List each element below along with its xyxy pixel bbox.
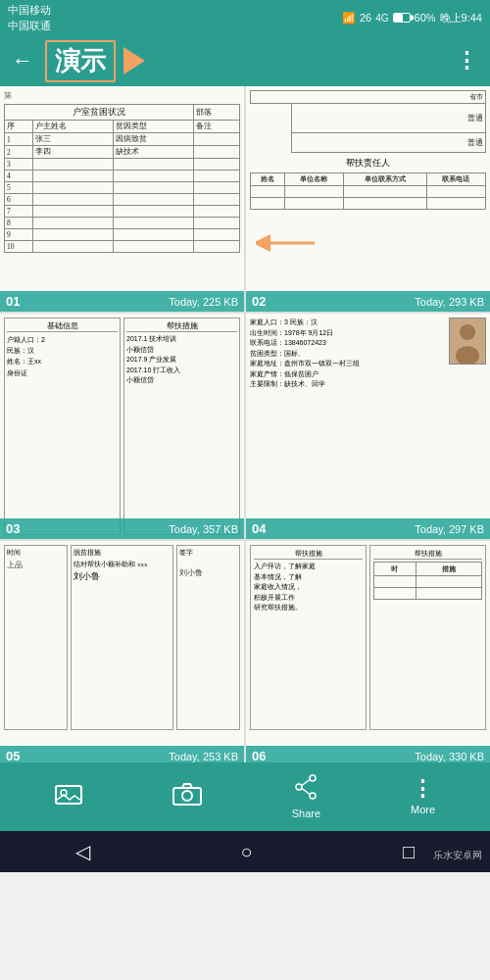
photo-doc-01: 第 户室贫困状况部落 序户主姓名贫因类型备注 1张三因病致贫 2李四缺技术 3 … (0, 86, 244, 312)
4g-icon: 4G (375, 13, 388, 24)
page-title: 演示 (45, 40, 116, 82)
photo-grid: 第 户室贫困状况部落 序户主姓名贫因类型备注 1张三因病致贫 2李四缺技术 3 … (0, 86, 490, 762)
cell-num-01: 01 (6, 294, 20, 309)
share-button[interactable]: Share (292, 774, 320, 819)
svg-rect-4 (56, 786, 81, 804)
carrier2: 中国联通 (8, 19, 51, 33)
svg-point-10 (310, 793, 316, 799)
photo-doc-02: 省市 普通 普通 帮扶责任人 姓名单位名称单位联系方式联系电 (246, 86, 490, 312)
cell-date-01: Today, 225 KB (169, 296, 238, 308)
nav-home-button[interactable]: ○ (240, 841, 252, 863)
nav-recent-button[interactable]: □ (403, 841, 415, 863)
more-button[interactable]: ⋮ More (411, 778, 435, 815)
cell-label-03: 03 Today, 357 KB (0, 518, 244, 539)
cell-label-01: 01 Today, 225 KB (0, 291, 244, 312)
photo-cell-06[interactable]: 帮扶措施 入户拜访，了解家庭基本情况，了解家庭收入情况，积极开展工作研究帮扶措施… (246, 541, 490, 762)
wifi-icon: 📶 (342, 12, 356, 24)
cell-label-06: 06 Today, 330 KB (246, 746, 490, 762)
bottom-toolbar: Share ⋮ More (0, 762, 490, 831)
photo-cell-02[interactable]: 省市 普通 普通 帮扶责任人 姓名单位名称单位联系方式联系电 (246, 86, 490, 312)
status-right: 📶 26 4G 60% 晚上9:44 (342, 11, 482, 25)
share-icon (293, 774, 318, 804)
battery-icon (393, 13, 411, 23)
back-button[interactable]: ← (12, 48, 33, 74)
photo-doc-05: 时间 上品 脱贫措施 结对帮扶小额补助和 xxx 刘小鲁 签字 刘小鲁 (0, 541, 244, 762)
title-container: 演示 (45, 40, 145, 82)
svg-point-8 (310, 775, 316, 781)
more-label: More (411, 804, 435, 815)
svg-line-11 (302, 780, 310, 786)
nav-back-button[interactable]: ◁ (75, 840, 90, 863)
cell-label-05: 05 Today, 253 KB (0, 746, 244, 762)
cell-date-04: Today, 297 KB (415, 523, 484, 535)
person-photo (449, 318, 486, 365)
photo-doc-04: 家庭人口：3 民族：汉 出生时间：1978年 9月12日 联系电话：138460… (246, 314, 490, 539)
svg-point-9 (296, 784, 302, 790)
cell-num-04: 04 (252, 521, 266, 536)
cell-date-05: Today, 253 KB (169, 751, 238, 762)
carrier1: 中国移动 (8, 3, 51, 18)
battery-level: 60% (415, 12, 436, 24)
cell-num-06: 06 (252, 749, 266, 762)
photo-doc-03: 基础信息 户籍人口：2 民族：汉 姓名：王xx 身份证 帮扶措施 2017.1 … (0, 314, 244, 539)
cell-date-06: Today, 330 KB (415, 751, 484, 762)
camera-icon (172, 783, 202, 810)
nav-bar: ◁ ○ □ (0, 831, 490, 872)
toolbar-more-button[interactable]: ⋮ (456, 48, 478, 74)
cell-label-04: 04 Today, 297 KB (246, 518, 490, 539)
cell-num-05: 05 (6, 749, 20, 762)
orange-arrow-02 (256, 232, 324, 258)
share-label: Share (292, 808, 320, 819)
photo-cell-01[interactable]: 第 户室贫困状况部落 序户主姓名贫因类型备注 1张三因病致贫 2李四缺技术 3 … (0, 86, 244, 312)
camera-button[interactable] (172, 783, 202, 810)
cell-num-03: 03 (6, 521, 20, 536)
gallery-icon (55, 783, 82, 810)
svg-point-2 (460, 324, 475, 340)
cell-label-02: 02 Today, 293 KB (246, 291, 490, 312)
photo-cell-03[interactable]: 基础信息 户籍人口：2 民族：汉 姓名：王xx 身份证 帮扶措施 2017.1 … (0, 314, 244, 539)
signal-strength: 26 (360, 12, 371, 24)
time: 晚上9:44 (440, 11, 482, 25)
toolbar: ← 演示 ⋮ (0, 35, 490, 86)
toolbar-left: ← 演示 (12, 40, 145, 82)
cell-date-02: Today, 293 KB (415, 296, 484, 308)
svg-point-7 (182, 791, 192, 801)
cell-num-02: 02 (252, 294, 266, 309)
status-bar: 中国移动 中国联通 📶 26 4G 60% 晚上9:44 (0, 0, 490, 35)
more-icon: ⋮ (412, 778, 435, 800)
photo-cell-04[interactable]: 家庭人口：3 民族：汉 出生时间：1978年 9月12日 联系电话：138460… (246, 314, 490, 539)
photo-doc-06: 帮扶措施 入户拜访，了解家庭基本情况，了解家庭收入情况，积极开展工作研究帮扶措施… (246, 541, 490, 762)
cell-date-03: Today, 357 KB (169, 523, 238, 535)
photo-cell-05[interactable]: 时间 上品 脱贫措施 结对帮扶小额补助和 xxx 刘小鲁 签字 刘小鲁 05 T (0, 541, 244, 762)
carrier-info: 中国移动 中国联通 (8, 3, 51, 33)
title-arrow-icon (123, 47, 145, 74)
gallery-button[interactable] (55, 783, 82, 810)
svg-line-12 (302, 789, 310, 795)
